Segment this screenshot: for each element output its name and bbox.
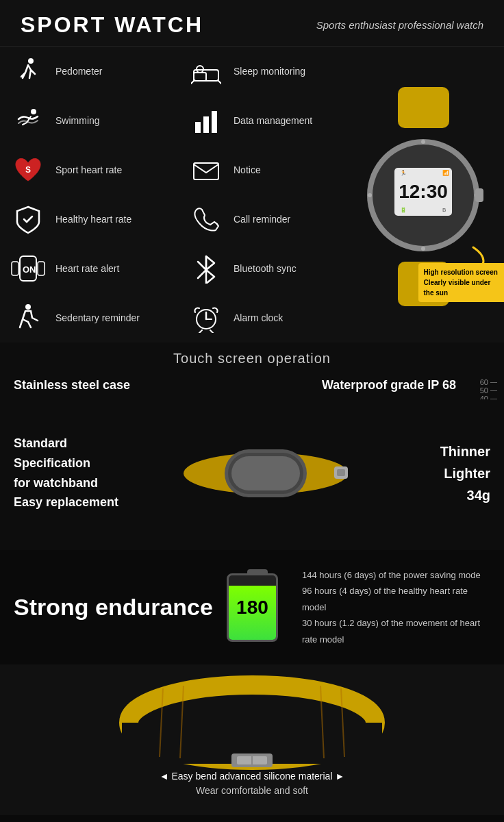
bluetooth-sync-label: Bluetooth sync xyxy=(234,262,297,275)
band-arrows-text: ◄ Easy bend advanced silicone material ► xyxy=(14,771,490,782)
alert-icon: ON xyxy=(10,251,46,286)
ruler-60: 60 xyxy=(473,378,497,386)
band-comfort-text: Wear comfortable and soft xyxy=(14,785,490,796)
svg-point-34 xyxy=(421,247,425,251)
features-left-col: Pedometer Swimming S Sport he xyxy=(10,47,185,342)
svg-rect-14 xyxy=(203,116,209,133)
alarm-clock-label: Alarm clock xyxy=(234,312,283,324)
battery-info-2: 96 hours (4 days) of the healthy heart r… xyxy=(302,583,490,615)
band-section: ◄ Easy bend advanced silicone material ►… xyxy=(0,664,504,815)
footer: www.DG8gifts.com xyxy=(0,815,504,822)
svg-text:B: B xyxy=(442,207,446,213)
standard-spec-text: Standard Specification for watchband Eas… xyxy=(14,434,130,512)
watch-column: 12:30 🏃 📶 🔋 B High resolu xyxy=(353,47,494,342)
battery-visual: 180 xyxy=(227,569,288,645)
swimming-label: Swimming xyxy=(55,114,100,127)
feature-healthy-heart-rate: Healthy heart rate xyxy=(10,195,185,244)
battery-info-3: 30 hours (1.2 days) of the movement of h… xyxy=(302,615,490,647)
watch-side-svg xyxy=(170,412,362,535)
svg-rect-9 xyxy=(194,73,206,81)
svg-line-22 xyxy=(210,330,213,333)
notice-label: Notice xyxy=(234,164,261,176)
svg-text:🏃: 🏃 xyxy=(400,169,407,176)
stainless-text: Stainless steel case xyxy=(14,378,130,393)
shield-icon xyxy=(10,201,46,237)
svg-rect-4 xyxy=(38,262,45,275)
svg-rect-16 xyxy=(194,163,218,179)
svg-rect-44 xyxy=(337,469,345,476)
feature-sleep-monitoring: Sleep monitoring xyxy=(188,47,349,96)
header-section: SPORT WATCH Sports enthusiast profession… xyxy=(0,0,504,47)
feature-sport-heart-rate: S Sport heart rate xyxy=(10,145,185,195)
svg-text:📶: 📶 xyxy=(442,169,449,176)
battery-info: 144 hours (6 days) of the power saving m… xyxy=(302,567,490,647)
feature-notice: Notice xyxy=(188,145,349,195)
feature-call-reminder: Call reminder xyxy=(188,195,349,244)
page-title: SPORT WATCH xyxy=(21,12,203,38)
thinner-text: Thinner Lighter 34g xyxy=(401,440,490,506)
watch-side-image xyxy=(137,412,394,535)
features-section: Pedometer Swimming S Sport he xyxy=(0,47,504,342)
feature-heart-rate-alert: ON Heart rate alert xyxy=(10,244,185,293)
battery-info-1: 144 hours (6 days) of the power saving m… xyxy=(302,567,490,583)
side-view-section: Standard Specification for watchband Eas… xyxy=(0,399,504,550)
svg-line-21 xyxy=(199,330,202,333)
feature-swimming: Swimming xyxy=(10,96,185,145)
sitting-icon xyxy=(10,300,46,336)
svg-rect-15 xyxy=(212,111,217,133)
svg-point-1 xyxy=(31,109,36,114)
envelope-icon xyxy=(188,152,224,188)
waterproof-text: Waterproof grade IP 68 xyxy=(322,378,456,393)
heart-rate-icon: S xyxy=(10,152,46,188)
svg-point-0 xyxy=(28,58,34,64)
endurance-title: Strong endurance xyxy=(14,594,213,621)
feature-bluetooth-sync: Bluetooth sync xyxy=(188,244,349,293)
bar-chart-icon xyxy=(188,103,224,138)
ruler-50: 50 xyxy=(473,386,497,395)
svg-rect-42 xyxy=(231,456,300,490)
sport-heart-rate-label: Sport heart rate xyxy=(55,164,122,176)
highlight-badge: High resolution screen Clearly visible u… xyxy=(418,263,505,302)
svg-text:12:30: 12:30 xyxy=(399,181,448,202)
svg-rect-23 xyxy=(398,87,449,128)
svg-text:S: S xyxy=(25,165,31,175)
pedometer-label: Pedometer xyxy=(55,65,102,77)
heart-rate-alert-label: Heart rate alert xyxy=(55,262,119,275)
sleep-icon xyxy=(188,53,224,89)
feature-sedentary-reminder: Sedentary reminder xyxy=(10,293,185,342)
healthy-heart-rate-label: Healthy heart rate xyxy=(55,213,131,225)
feature-alarm-clock: Alarm clock xyxy=(188,293,349,342)
sedentary-reminder-label: Sedentary reminder xyxy=(55,312,140,324)
swimmer-icon xyxy=(10,103,46,138)
svg-point-7 xyxy=(25,304,31,310)
data-management-label: Data management xyxy=(234,114,312,127)
page-subtitle: Sports enthusiast professional watch xyxy=(316,19,483,31)
svg-text:ON: ON xyxy=(23,264,36,275)
svg-rect-3 xyxy=(12,262,18,275)
battery-number: 180 xyxy=(236,597,268,619)
feature-data-management: Data management xyxy=(188,96,349,145)
features-right-col: Sleep monitoring Data management Notice xyxy=(188,47,349,342)
sleep-monitoring-label: Sleep monitoring xyxy=(234,65,305,77)
svg-text:🔋: 🔋 xyxy=(400,206,407,213)
svg-point-35 xyxy=(368,193,372,197)
svg-line-11 xyxy=(191,81,194,84)
call-reminder-label: Call reminder xyxy=(234,213,290,225)
svg-line-12 xyxy=(218,81,221,84)
band-image xyxy=(115,675,389,771)
touch-screen-section: Touch screen operation xyxy=(0,342,504,375)
svg-point-33 xyxy=(421,140,425,144)
battery-section: Strong endurance 180 144 hours (6 days) … xyxy=(0,550,504,664)
specs-row: Stainless steel case Waterproof grade IP… xyxy=(0,375,504,399)
bluetooth-icon xyxy=(188,251,224,286)
svg-rect-37 xyxy=(475,188,483,202)
touch-screen-text: Touch screen operation xyxy=(173,351,331,366)
alarm-icon xyxy=(188,300,224,336)
feature-pedometer: Pedometer xyxy=(10,47,185,96)
battery-body: 180 xyxy=(227,573,278,642)
phone-icon xyxy=(188,201,224,237)
runner-icon xyxy=(10,53,46,89)
ruler: 60 50 40 30 20 10 0 xyxy=(473,375,497,399)
svg-rect-13 xyxy=(195,122,201,133)
